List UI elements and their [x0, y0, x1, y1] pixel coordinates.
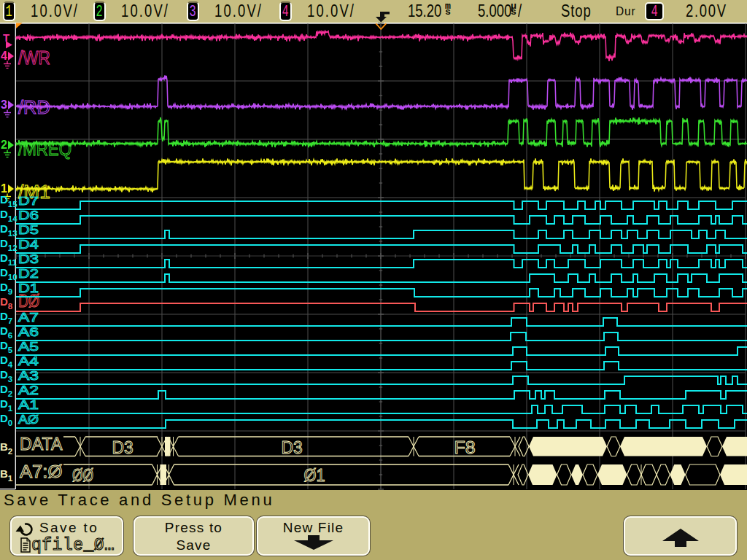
- svg-text:D10: D10: [0, 266, 18, 281]
- svg-text:B1: B1: [0, 467, 13, 483]
- svg-text:D0: D0: [0, 412, 12, 427]
- svg-text:D13: D13: [0, 222, 18, 238]
- svg-text:D4: D4: [0, 354, 13, 369]
- svg-text:D3: D3: [0, 368, 12, 384]
- svg-text:4: 4: [1, 50, 7, 62]
- svg-text:D1: D1: [0, 397, 13, 413]
- svg-text:D5: D5: [0, 339, 13, 354]
- svg-text:DATA: DATA: [20, 434, 63, 454]
- svg-text:D12: D12: [0, 237, 18, 252]
- svg-text:D3: D3: [281, 438, 302, 457]
- svg-text:D2: D2: [0, 383, 12, 398]
- svg-text:Ø1: Ø1: [303, 465, 325, 485]
- svg-text:3: 3: [1, 98, 7, 111]
- svg-text:2: 2: [1, 139, 7, 151]
- svg-text:/WR: /WR: [18, 47, 50, 69]
- svg-text:D8: D8: [0, 295, 13, 311]
- svg-text:D11: D11: [0, 252, 18, 267]
- svg-text:D6: D6: [0, 324, 12, 340]
- svg-text:D9: D9: [0, 281, 12, 296]
- svg-text:F8: F8: [454, 438, 475, 457]
- svg-text:DØ: DØ: [18, 291, 39, 311]
- svg-text:D7: D7: [0, 310, 12, 325]
- svg-text:D3: D3: [112, 438, 133, 457]
- svg-text:B2: B2: [0, 440, 12, 456]
- svg-text:A7:Ø: A7:Ø: [20, 462, 62, 481]
- svg-text:ØØ: ØØ: [72, 465, 93, 485]
